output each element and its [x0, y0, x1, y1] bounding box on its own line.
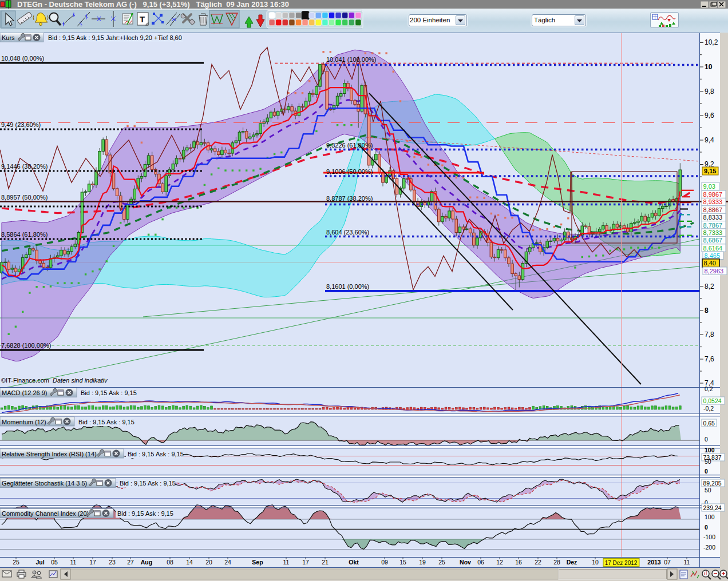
- svg-text:9,15: 9,15: [704, 168, 716, 174]
- svg-text:8,6867: 8,6867: [703, 237, 723, 244]
- svg-text:10: 10: [705, 63, 713, 71]
- svg-text:Bid : 9,15 Ask : 9,15: Bid : 9,15 Ask : 9,15: [78, 419, 134, 425]
- svg-text:9,49 (23,60%): 9,49 (23,60%): [1, 121, 41, 128]
- svg-text:Bid : 9,15 Ask : 9,15: Bid : 9,15 Ask : 9,15: [128, 451, 184, 457]
- svg-text:Jul: Jul: [35, 559, 44, 566]
- svg-text:8,604 (23,60%): 8,604 (23,60%): [326, 229, 369, 236]
- svg-text:Sep: Sep: [252, 559, 263, 566]
- svg-text:11: 11: [684, 559, 690, 566]
- svg-text:10,048 (0,00%): 10,048 (0,00%): [1, 55, 44, 62]
- svg-text:Momentum (12): Momentum (12): [2, 419, 46, 425]
- svg-text:MACD (12 26 9): MACD (12 26 9): [2, 389, 47, 396]
- svg-text:Commodity Channel Index (20): Commodity Channel Index (20): [2, 510, 89, 517]
- svg-text:8,1601 (0,00%): 8,1601 (0,00%): [326, 283, 369, 290]
- svg-text:20: 20: [205, 559, 212, 566]
- svg-text:8,2: 8,2: [705, 282, 714, 290]
- svg-text:9,1446 (38,20%): 9,1446 (38,20%): [1, 163, 48, 170]
- svg-text:14: 14: [186, 559, 193, 566]
- svg-text:21: 21: [322, 559, 329, 566]
- svg-text:89,205: 89,205: [703, 480, 722, 487]
- svg-text:16: 16: [515, 559, 522, 566]
- svg-text:0: 0: [705, 524, 708, 531]
- svg-text:-100: -100: [703, 534, 715, 540]
- svg-text:8,465: 8,465: [705, 252, 721, 259]
- svg-text:8,9333: 8,9333: [703, 198, 723, 205]
- svg-text:10: 10: [592, 559, 599, 566]
- svg-text:05: 05: [51, 559, 58, 566]
- svg-text:©IT-Finance.com: ©IT-Finance.com: [1, 377, 49, 384]
- svg-text:8,2963: 8,2963: [705, 268, 724, 274]
- svg-text:17: 17: [89, 559, 96, 566]
- svg-text:-0,2: -0,2: [703, 405, 714, 412]
- svg-text:0,65: 0,65: [703, 420, 715, 427]
- svg-text:7,6: 7,6: [705, 355, 714, 363]
- svg-text:Geglätteter Stochastik (14 3 5: Geglätteter Stochastik (14 3 5): [2, 480, 87, 487]
- svg-text:25: 25: [13, 559, 19, 566]
- svg-text:Dez: Dez: [567, 559, 577, 566]
- svg-text:Bid : 9,15 Ask : 9,15 Jahr:+Ho: Bid : 9,15 Ask : 9,15 Jahr:+Hoch 9,20 +T…: [48, 34, 182, 41]
- svg-text:15: 15: [399, 559, 406, 566]
- svg-text:50: 50: [705, 487, 711, 494]
- svg-text:09: 09: [381, 559, 388, 566]
- svg-text:Bid : 9,15 Ask : 9,15: Bid : 9,15 Ask : 9,15: [81, 389, 137, 396]
- svg-text:Okt: Okt: [349, 559, 359, 566]
- svg-text:100: 100: [705, 514, 715, 520]
- svg-text:19: 19: [419, 559, 426, 566]
- svg-text:239,24: 239,24: [703, 504, 722, 511]
- svg-text:0: 0: [705, 436, 708, 443]
- svg-text:7,8: 7,8: [705, 331, 714, 339]
- svg-text:07: 07: [664, 559, 671, 566]
- svg-text:2013: 2013: [647, 559, 661, 566]
- svg-text:23: 23: [109, 559, 116, 566]
- svg-text:8,8787 (38,20%): 8,8787 (38,20%): [326, 195, 373, 202]
- svg-text:8,40: 8,40: [704, 260, 716, 266]
- svg-text:Bid : 9,15 Ask : 9,15: Bid : 9,15 Ask : 9,15: [117, 510, 173, 517]
- svg-text:11: 11: [283, 559, 290, 566]
- svg-text:9,8: 9,8: [705, 87, 714, 95]
- svg-text:0: 0: [705, 468, 708, 475]
- svg-text:8,8867: 8,8867: [703, 206, 723, 213]
- svg-text:9,6: 9,6: [705, 112, 714, 120]
- svg-text:7,6828 (100,00%): 7,6828 (100,00%): [1, 342, 51, 349]
- svg-text:9,1006 (50,00%): 9,1006 (50,00%): [326, 168, 373, 175]
- svg-text:17 Dez 2012: 17 Dez 2012: [605, 560, 638, 566]
- svg-text:8,7867: 8,7867: [703, 222, 723, 229]
- svg-text:8,6164: 8,6164: [703, 245, 723, 252]
- svg-text:8,5864 (61,80%): 8,5864 (61,80%): [1, 231, 48, 238]
- svg-text:Daten sind indikativ: Daten sind indikativ: [53, 377, 108, 384]
- svg-text:08: 08: [167, 559, 173, 566]
- svg-text:9,03: 9,03: [703, 183, 715, 190]
- svg-text:100: 100: [705, 447, 715, 453]
- svg-text:Nov: Nov: [460, 559, 471, 566]
- svg-text:28: 28: [553, 559, 560, 566]
- svg-text:8: 8: [705, 307, 709, 315]
- svg-text:25: 25: [438, 559, 445, 566]
- svg-text:12: 12: [496, 559, 503, 566]
- svg-text:17: 17: [302, 559, 309, 566]
- svg-text:50: 50: [705, 458, 711, 465]
- svg-text:8,9867: 8,9867: [703, 191, 723, 198]
- svg-text:0,2: 0,2: [705, 385, 713, 392]
- svg-text:-200: -200: [703, 544, 715, 551]
- svg-text:27: 27: [127, 559, 134, 566]
- svg-text:9,4: 9,4: [705, 136, 714, 144]
- svg-text:10,2: 10,2: [705, 38, 718, 46]
- svg-text:8,7333: 8,7333: [703, 229, 723, 236]
- svg-text:Bid : 9,15 Ask : 9,15: Bid : 9,15 Ask : 9,15: [120, 480, 176, 487]
- svg-text:0,0524: 0,0524: [703, 397, 722, 404]
- svg-text:11: 11: [70, 559, 77, 566]
- svg-text:10,041 (100,00%): 10,041 (100,00%): [326, 56, 376, 63]
- svg-text:24: 24: [224, 559, 231, 566]
- svg-text:22: 22: [535, 559, 541, 566]
- svg-text:Aug: Aug: [141, 559, 152, 566]
- svg-text:9,3226 (61,80%): 9,3226 (61,80%): [326, 142, 373, 149]
- svg-text:Kurs: Kurs: [2, 34, 15, 41]
- svg-text:Relative Strength Index (RSI): Relative Strength Index (RSI) (14): [2, 451, 97, 457]
- svg-text:8,8957 (50,00%): 8,8957 (50,00%): [1, 194, 48, 201]
- svg-text:8,8333: 8,8333: [703, 214, 723, 221]
- svg-text:06: 06: [477, 559, 484, 566]
